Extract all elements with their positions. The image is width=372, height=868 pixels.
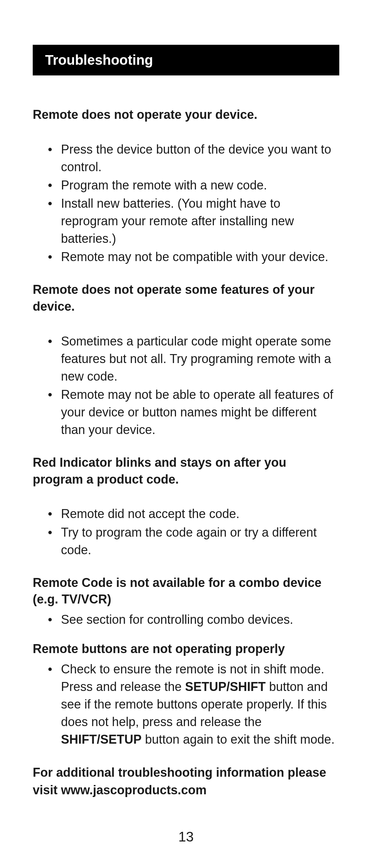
list-item: Program the remote with a new code.	[48, 176, 339, 194]
list-item: Remote did not accept the code.	[48, 505, 339, 523]
section-4-list: See section for controlling combo device…	[33, 611, 339, 628]
section-3-list: Remote did not accept the code. Try to p…	[33, 505, 339, 558]
footer-additional-info: For additional troubleshooting informati…	[33, 764, 339, 799]
section-2-list: Sometimes a particular code might operat…	[33, 332, 339, 439]
list-item: Press the device button of the device yo…	[48, 141, 339, 176]
section-5-heading: Remote buttons are not operating properl…	[33, 641, 339, 658]
list-item: Sometimes a particular code might operat…	[48, 332, 339, 385]
list-item: Try to program the code again or try a d…	[48, 524, 339, 559]
page-number: 13	[0, 829, 372, 845]
list-item: Remote may not be able to operate all fe…	[48, 386, 339, 438]
section-5: Remote buttons are not operating properl…	[33, 641, 339, 748]
section-1: Remote does not operate your device. Pre…	[33, 106, 339, 266]
section-4-heading: Remote Code is not available for a combo…	[33, 575, 339, 608]
section-3-heading: Red Indicator blinks and stays on after …	[33, 454, 339, 488]
list-item: Check to ensure the remote is not in shi…	[48, 660, 339, 748]
list-item: Install new batteries. (You might have t…	[48, 195, 339, 247]
section-1-heading: Remote does not operate your device.	[33, 106, 339, 123]
list-item: Remote may not be compatible with your d…	[48, 248, 339, 266]
section-1-list: Press the device button of the device yo…	[33, 141, 339, 266]
section-2: Remote does not operate some features of…	[33, 281, 339, 438]
list-item: See section for controlling combo device…	[48, 611, 339, 628]
section-5-list: Check to ensure the remote is not in shi…	[33, 660, 339, 748]
section-2-heading: Remote does not operate some features of…	[33, 281, 339, 315]
section-header-bar: Troubleshooting	[33, 45, 339, 75]
section-4: Remote Code is not available for a combo…	[33, 575, 339, 628]
header-title: Troubleshooting	[45, 52, 153, 68]
section-3: Red Indicator blinks and stays on after …	[33, 454, 339, 559]
